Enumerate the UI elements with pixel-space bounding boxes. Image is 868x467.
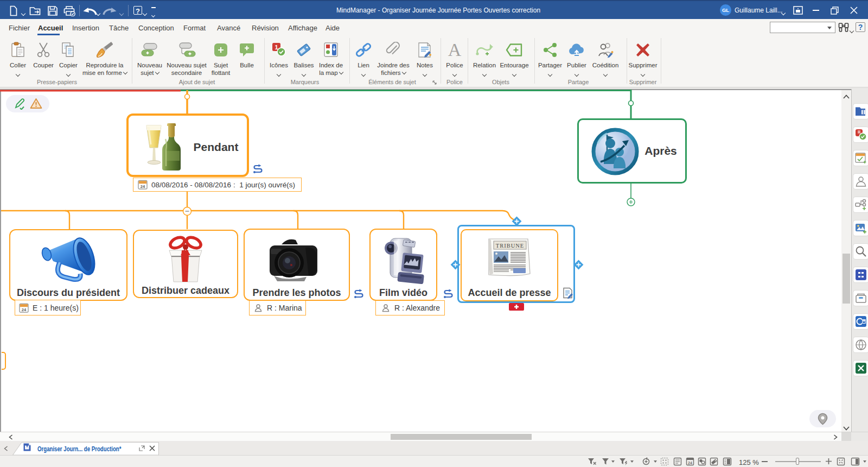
- svg-text:24: 24: [141, 184, 145, 189]
- svg-text:TRIBUNE: TRIBUNE: [496, 243, 525, 249]
- svg-text:24: 24: [688, 461, 692, 465]
- svg-text:1: 1: [275, 44, 278, 51]
- svg-text:24: 24: [22, 307, 27, 312]
